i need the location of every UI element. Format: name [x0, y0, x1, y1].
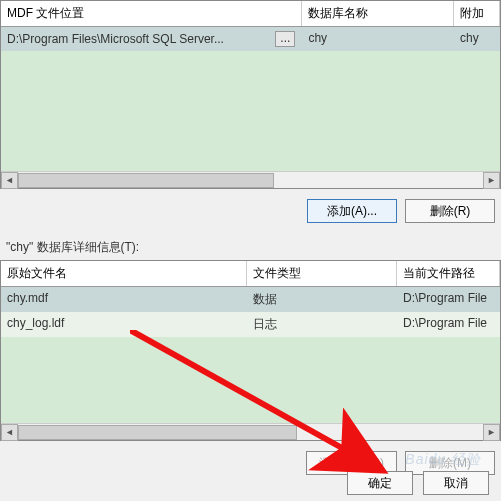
table-row[interactable]: D:\Program Files\Microsoft SQL Server...…: [1, 27, 500, 51]
remove-button[interactable]: 删除(R): [405, 199, 495, 223]
add-button[interactable]: 添加(A)...: [307, 199, 397, 223]
ftype-cell: 日志: [247, 312, 397, 337]
col-header-mdf[interactable]: MDF 文件位置: [1, 1, 302, 26]
fpath-cell: D:\Program File: [397, 312, 500, 337]
browse-button[interactable]: ...: [275, 31, 295, 47]
mdf-locations-grid: MDF 文件位置 数据库名称 附加 D:\Program Files\Micro…: [0, 0, 501, 189]
top-grid-header: MDF 文件位置 数据库名称 附加: [1, 1, 500, 27]
h-scrollbar[interactable]: ◄ ►: [1, 171, 500, 188]
db-details-grid: 原始文件名 文件类型 当前文件路径 chy.mdf 数据 D:\Program …: [0, 260, 501, 441]
scroll-thumb[interactable]: [18, 425, 297, 440]
col-header-dbname[interactable]: 数据库名称: [302, 1, 454, 26]
scroll-right-icon[interactable]: ►: [483, 172, 500, 189]
mdf-path-text: D:\Program Files\Microsoft SQL Server...: [7, 32, 271, 46]
scroll-thumb[interactable]: [18, 173, 274, 188]
col-header-fname[interactable]: 原始文件名: [1, 261, 247, 286]
scroll-left-icon[interactable]: ◄: [1, 424, 18, 441]
table-row[interactable]: chy_log.ldf 日志 D:\Program File: [1, 312, 500, 337]
scroll-right-icon[interactable]: ►: [483, 424, 500, 441]
col-header-ftype[interactable]: 文件类型: [247, 261, 397, 286]
attach-cell[interactable]: chy: [454, 27, 500, 51]
dialog-footer: 确定 取消: [347, 471, 489, 495]
fpath-cell: D:\Program File: [397, 287, 500, 312]
fname-cell: chy.mdf: [1, 287, 247, 312]
table-row[interactable]: chy.mdf 数据 D:\Program File: [1, 287, 500, 312]
top-button-row: 添加(A)... 删除(R): [0, 189, 501, 233]
detail-section-label: "chy" 数据库详细信息(T):: [0, 233, 501, 260]
dbname-cell[interactable]: chy: [302, 27, 454, 51]
col-header-attach[interactable]: 附加: [454, 1, 500, 26]
h-scrollbar[interactable]: ◄ ►: [1, 423, 500, 440]
cancel-button[interactable]: 取消: [423, 471, 489, 495]
detail-grid-header: 原始文件名 文件类型 当前文件路径: [1, 261, 500, 287]
fname-cell: chy_log.ldf: [1, 312, 247, 337]
col-header-fpath[interactable]: 当前文件路径: [397, 261, 500, 286]
ftype-cell: 数据: [247, 287, 397, 312]
scroll-left-icon[interactable]: ◄: [1, 172, 18, 189]
ok-button[interactable]: 确定: [347, 471, 413, 495]
